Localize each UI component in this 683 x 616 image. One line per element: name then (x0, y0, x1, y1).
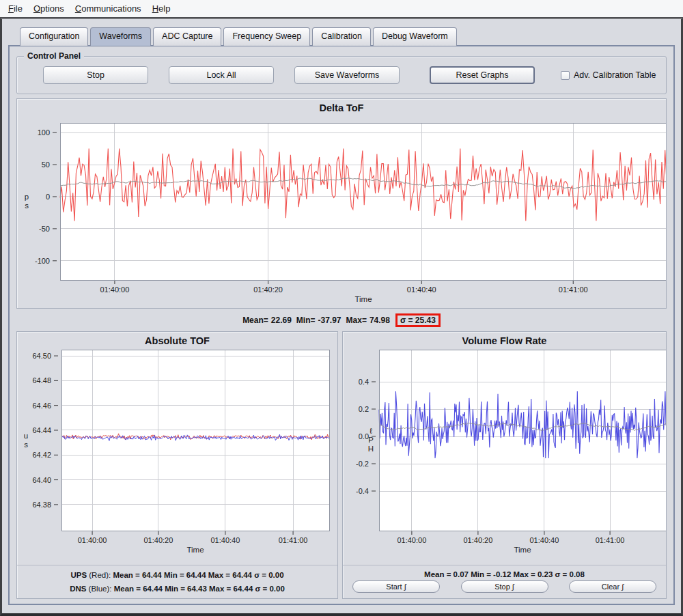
tab-calibration[interactable]: Calibration (312, 27, 371, 46)
delta-tof-stats: Mean=22.69 Min=-37.97 Max=74.98 σ = 25.4… (10, 309, 673, 331)
y-tick-label: 0 (46, 193, 50, 201)
tab-configuration[interactable]: Configuration (20, 27, 88, 46)
volume-flow-rate-stats: Mean = 0.07 Min = -0.12 Max = 0.23 σ = 0… (343, 570, 666, 578)
control-panel-group: Control Panel Stop Lock All Save Wavefor… (16, 56, 667, 94)
x-axis-label: Time (354, 295, 372, 303)
x-tick-label: 01:40:20 (463, 536, 492, 544)
x-axis-label: Time (514, 546, 531, 554)
absolute-tof-title: Absolute TOF (17, 335, 337, 346)
min-value: -37.97 (318, 316, 342, 325)
y-axis-label: ℓPH (366, 427, 376, 453)
clear-integrator-button[interactable]: Clear ∫ (569, 580, 656, 593)
dns-stats: Mean = 64.44 Min = 64.43 Max = 64.44 σ =… (114, 585, 285, 593)
y-axis-label: us (21, 432, 31, 449)
y-tick-label: -50 (39, 225, 50, 233)
x-tick-label: 01:40:40 (407, 285, 436, 294)
absolute-tof-stats: UPS (Red): Mean = 64.44 Min = 64.44 Max … (17, 565, 337, 598)
adv-calibration-checkbox-group: Adv. Calibration Table (561, 70, 656, 80)
absolute-tof-panel: 64.5064.4864.4664.4464.4264.4064.3801:40… (16, 331, 338, 599)
x-tick-label: 01:41:00 (559, 285, 588, 294)
menu-communications[interactable]: Communications (70, 2, 147, 15)
y-axis-label: ps (22, 193, 31, 210)
delta-tof-panel: 100500-50-10001:40:0001:40:2001:40:4001:… (16, 98, 667, 309)
y-tick-label: 64.46 (32, 402, 51, 410)
x-tick-label: 01:40:00 (397, 536, 426, 544)
reset-graphs-button[interactable]: Reset Graphs (430, 66, 535, 84)
x-tick-label: 01:41:00 (279, 536, 308, 544)
volume-flow-rate-chart: 0.40.20.0-0.2-0.401:40:0001:40:2001:40:4… (343, 332, 666, 598)
x-tick-label: 01:41:00 (596, 536, 625, 544)
integrator-buttons-row: Start ∫ Stop ∫ Clear ∫ (343, 580, 666, 593)
tab-frequency-sweep[interactable]: Frequency Sweep (223, 27, 310, 46)
x-tick-label: 01:40:40 (530, 536, 559, 544)
y-tick-label: 0.2 (359, 405, 369, 413)
y-tick-label: 64.40 (32, 476, 51, 484)
volume-flow-rate-footer: Mean = 0.07 Min = -0.12 Max = 0.23 σ = 0… (343, 565, 666, 598)
dns-name: DNS (70, 585, 88, 593)
adv-calibration-checkbox-label: Adv. Calibration Table (574, 70, 656, 80)
save-waveforms-button[interactable]: Save Waveforms (294, 66, 400, 84)
stop-integrator-button[interactable]: Stop ∫ (461, 580, 548, 593)
menu-bar: File Options Communications Help (0, 0, 683, 18)
lower-charts-row: 64.5064.4864.4664.4464.4264.4064.3801:40… (16, 331, 667, 599)
control-panel-row: Stop Lock All Save Waveforms Reset Graph… (17, 57, 666, 94)
start-integrator-button[interactable]: Start ∫ (352, 580, 440, 593)
y-tick-label: 64.50 (32, 352, 51, 360)
application-window: File Options Communications Help Configu… (0, 0, 683, 616)
y-tick-label: 100 (38, 128, 50, 137)
delta-tof-title: Delta ToF (17, 102, 666, 113)
volume-flow-rate-panel: 0.40.20.0-0.2-0.401:40:0001:40:2001:40:4… (342, 331, 667, 599)
menu-help[interactable]: Help (147, 2, 176, 15)
tab-adc-capture[interactable]: ADC Capture (153, 27, 221, 46)
absolute-tof-chart: 64.5064.4864.4664.4464.4264.4064.3801:40… (17, 332, 337, 598)
x-tick-label: 01:40:40 (210, 536, 240, 544)
x-tick-label: 01:40:00 (78, 536, 107, 544)
ups-paren: (Red): (89, 571, 113, 579)
lock-all-button[interactable]: Lock All (169, 66, 274, 84)
delta-tof-chart: 100500-50-10001:40:0001:40:2001:40:4001:… (17, 99, 666, 308)
x-tick-label: 01:40:20 (253, 285, 283, 294)
y-tick-label: -0.2 (356, 460, 369, 468)
y-tick-label: 0.4 (359, 378, 369, 386)
mean-label: Mean= (242, 316, 268, 325)
stop-button[interactable]: Stop (43, 66, 148, 84)
tab-debug-waveform[interactable]: Debug Waveform (373, 27, 457, 46)
max-value: 74.98 (370, 316, 390, 325)
y-tick-label: 64.44 (32, 426, 51, 434)
ups-stats: Mean = 64.44 Min = 64.44 Max = 64.44 σ =… (113, 571, 283, 579)
volume-flow-rate-plot: 0.40.20.0-0.2-0.401:40:0001:40:2001:40:4… (343, 332, 666, 598)
y-tick-label: -0.4 (356, 487, 369, 495)
y-tick-label: 50 (42, 160, 50, 169)
ups-name: UPS (70, 571, 89, 579)
tab-bar: Configuration Waveforms ADC Capture Freq… (2, 19, 681, 45)
waveforms-tab-panel: Control Panel Stop Lock All Save Wavefor… (8, 45, 675, 605)
tab-waveforms[interactable]: Waveforms (90, 27, 151, 46)
dns-paren: (Blue): (89, 585, 114, 593)
x-axis-label: Time (186, 546, 204, 554)
menu-options[interactable]: Options (28, 2, 70, 15)
menu-file[interactable]: File (3, 2, 28, 15)
volume-flow-rate-title: Volume Flow Rate (343, 335, 666, 346)
y-tick-label: -100 (35, 257, 50, 265)
min-label: Min= (296, 316, 316, 325)
absolute-tof-plot: 64.5064.4864.4664.4464.4264.4064.3801:40… (17, 332, 337, 598)
sigma-annotation-box: σ = 25.43 (395, 313, 441, 327)
x-tick-label: 01:40:00 (100, 285, 130, 294)
mean-value: 22.69 (271, 316, 292, 325)
control-panel-title: Control Panel (24, 51, 84, 61)
max-label: Max= (346, 316, 367, 325)
y-tick-label: 64.48 (32, 376, 51, 384)
adv-calibration-checkbox[interactable] (561, 71, 570, 80)
y-tick-label: 64.42 (32, 451, 51, 459)
x-tick-label: 01:40:20 (143, 536, 173, 544)
y-tick-label: 64.38 (32, 501, 51, 509)
window-content: Configuration Waveforms ADC Capture Freq… (0, 18, 683, 616)
delta-tof-plot: 100500-50-10001:40:0001:40:2001:40:4001:… (17, 99, 666, 308)
